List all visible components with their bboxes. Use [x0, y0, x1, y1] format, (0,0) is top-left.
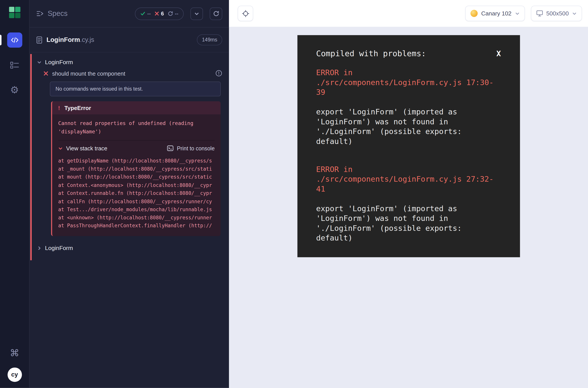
stat-pending: -- [168, 11, 179, 17]
nav-item-runs[interactable] [0, 56, 29, 74]
stack-trace: at getDisplayName (http://localhost:8080… [58, 156, 215, 236]
exclamation-icon: ! [57, 105, 60, 111]
compile-error-message: export 'LoginForm' (imported as 'LoginFo… [316, 204, 501, 243]
spec-file-ext: .cy.js [80, 36, 94, 44]
test-stats: -- 6 -- [135, 7, 184, 20]
aut-viewport: Compiled with problems: X ERROR in ./src… [229, 27, 588, 388]
error-name: TypeError [64, 105, 91, 111]
stack-line: at mount (http://localhost:8080/__cypres… [58, 173, 215, 181]
aut-header: Canary 102 500x500 [229, 0, 588, 27]
failed-count: 6 [161, 11, 164, 17]
print-to-console-label: Print to console [177, 145, 215, 151]
stat-failed: 6 [154, 11, 164, 17]
error-body: Cannot read properties of undefined (rea… [52, 114, 221, 236]
viewport-icon [536, 10, 543, 17]
reporter-panel: Specs -- 6 - [29, 0, 229, 388]
crosshair-icon [242, 10, 249, 17]
nav-item-settings[interactable]: ⚙ [0, 81, 29, 99]
suite-title: LoginForm [45, 59, 73, 66]
stack-trace-header: View stack trace Print to console [58, 140, 215, 156]
pending-count: -- [175, 11, 179, 17]
error-card: ! TypeError Cannot read properties of un… [51, 101, 221, 236]
webpack-error-overlay: Compiled with problems: X ERROR in ./src… [297, 35, 520, 257]
error-message: Cannot read properties of undefined (rea… [58, 114, 215, 140]
chevron-down-icon [194, 11, 199, 16]
rerun-tests-button[interactable] [210, 7, 222, 20]
panel-title: Specs [48, 9, 131, 18]
compile-error: ERROR in ./src/components/LoginForm.cy.j… [316, 164, 501, 243]
error-header: ! TypeError [52, 101, 221, 114]
stack-line: at Context.<anonymous> (http://localhost… [58, 181, 215, 189]
cypress-cy-logo[interactable]: cy [7, 367, 22, 382]
browser-selector[interactable]: Canary 102 [465, 6, 525, 21]
app: ⚙ ⌘ cy Specs -- [0, 0, 588, 388]
gear-icon: ⚙ [10, 85, 19, 95]
spec-file-name: LoginForm.cy.js [47, 36, 94, 44]
chevron-down-icon [37, 60, 42, 65]
cy-logo-text: cy [11, 371, 18, 378]
chevron-right-icon [37, 246, 42, 250]
spec-file-row[interactable]: LoginForm.cy.js 149ms [29, 27, 229, 52]
stack-line: at <unknown> (http://localhost:8080/__cy… [58, 214, 215, 222]
print-to-console-button[interactable]: Print to console [167, 145, 215, 151]
collapsed-suite-row[interactable]: LoginForm [32, 242, 229, 254]
collapsed-suite-title: LoginForm [45, 245, 73, 252]
suite-row[interactable]: LoginForm [32, 56, 229, 68]
checklist-icon [10, 61, 19, 69]
chevron-down-icon [572, 11, 577, 16]
no-commands-note: No commands were issued in this test. [50, 82, 221, 96]
chevron-down-icon[interactable] [58, 146, 63, 151]
active-indicator [0, 35, 1, 46]
aut-area: Canary 102 500x500 [229, 0, 588, 388]
overlay-title-row: Compiled with problems: X [316, 49, 501, 59]
stack-line: at Test.../driver/node_modules/mocha/lib… [58, 205, 215, 214]
cypress-app-logo-icon [9, 7, 20, 18]
compile-error-message: export 'LoginForm' (imported as 'LoginFo… [316, 107, 501, 146]
stat-passed: -- [140, 11, 151, 17]
duration-badge: 149ms [197, 34, 222, 46]
reporter-header: Specs -- 6 - [29, 0, 229, 27]
test-title: should mount the component [52, 70, 125, 76]
specs-icon [36, 11, 44, 17]
test-row[interactable]: should mount the component [32, 68, 229, 80]
stack-line: at callFn (http://localhost:8080/__cypre… [58, 197, 215, 206]
selector-playground-button[interactable] [238, 6, 253, 21]
stack-line: at Context.runnable.fn (http://localhost… [58, 189, 215, 197]
view-stack-trace-toggle[interactable]: View stack trace [66, 145, 164, 151]
compile-error: ERROR in ./src/components/LoginForm.cy.j… [316, 68, 501, 146]
alert-circle-icon[interactable] [215, 70, 222, 77]
collapse-all-button[interactable] [191, 7, 203, 20]
browser-label: Canary 102 [481, 10, 511, 17]
stack-line: at getDisplayName (http://localhost:8080… [58, 157, 215, 165]
console-icon [167, 146, 173, 151]
passed-count: -- [147, 11, 151, 17]
cross-icon [154, 11, 159, 16]
close-icon[interactable]: X [496, 49, 501, 59]
viewport-selector[interactable]: 500x500 [531, 6, 582, 21]
nav-rail: ⚙ ⌘ cy [0, 0, 29, 388]
command-icon: ⌘ [10, 347, 19, 358]
pending-icon [168, 11, 173, 16]
refresh-icon [213, 11, 219, 17]
check-icon [140, 11, 145, 16]
overlay-title: Compiled with problems: [316, 49, 426, 59]
canary-browser-icon [471, 10, 478, 17]
failed-suite-block: LoginForm should mount the component No … [30, 54, 229, 260]
compile-error-location: ERROR in ./src/components/LoginForm.cy.j… [316, 68, 501, 97]
viewport-label: 500x500 [546, 10, 569, 17]
compile-error-location: ERROR in ./src/components/LoginForm.cy.j… [316, 164, 501, 194]
nav-item-specs-active[interactable] [0, 31, 29, 49]
cross-icon [43, 71, 48, 76]
keyboard-shortcuts-button[interactable]: ⌘ [10, 347, 19, 359]
chevron-down-icon [515, 11, 520, 16]
stack-line: at _mount (http://localhost:8080/__cypre… [58, 165, 215, 173]
test-tree: LoginForm should mount the component No … [29, 52, 229, 388]
stack-line: at PassThroughHandlerContext.finallyHand… [58, 222, 215, 230]
code-icon [7, 32, 22, 48]
document-icon [36, 36, 42, 44]
